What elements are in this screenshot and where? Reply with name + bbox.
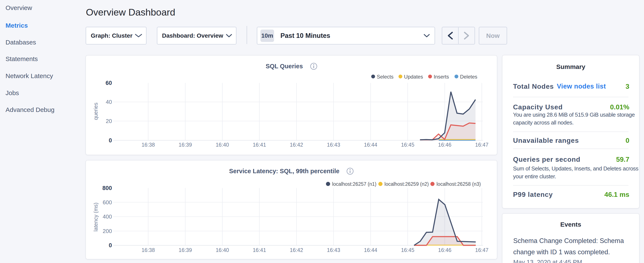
svg-text:16:39: 16:39 xyxy=(178,142,192,148)
svg-text:20: 20 xyxy=(106,118,112,124)
svg-text:Inserts: Inserts xyxy=(434,74,449,80)
svg-text:16:47: 16:47 xyxy=(475,247,488,253)
svg-text:60: 60 xyxy=(106,80,112,86)
svg-text:16:47: 16:47 xyxy=(475,142,488,148)
svg-text:0: 0 xyxy=(109,242,112,248)
svg-text:16:41: 16:41 xyxy=(253,142,266,148)
svg-text:16:38: 16:38 xyxy=(142,247,155,253)
svg-text:Deletes: Deletes xyxy=(460,74,477,80)
svg-text:16:40: 16:40 xyxy=(216,247,229,253)
svg-text:600: 600 xyxy=(103,199,112,205)
svg-text:queries: queries xyxy=(93,103,99,120)
svg-text:16:39: 16:39 xyxy=(178,247,192,253)
svg-text:Selects: Selects xyxy=(377,74,394,80)
svg-text:localhost:26259 (n2): localhost:26259 (n2) xyxy=(384,181,428,187)
svg-text:16:46: 16:46 xyxy=(438,142,452,148)
svg-text:200: 200 xyxy=(103,228,112,234)
svg-text:16:38: 16:38 xyxy=(142,142,155,148)
svg-text:40: 40 xyxy=(106,99,112,105)
svg-text:16:45: 16:45 xyxy=(401,142,414,148)
svg-text:16:45: 16:45 xyxy=(401,247,414,253)
svg-text:localhost:26257 (n1): localhost:26257 (n1) xyxy=(332,181,376,187)
svg-text:16:43: 16:43 xyxy=(327,247,340,253)
svg-text:16:46: 16:46 xyxy=(438,247,452,253)
svg-text:16:43: 16:43 xyxy=(327,142,340,148)
svg-text:localhost:26258 (n3): localhost:26258 (n3) xyxy=(436,181,481,187)
svg-text:16:42: 16:42 xyxy=(290,247,303,253)
svg-text:800: 800 xyxy=(102,185,112,191)
svg-text:400: 400 xyxy=(103,213,112,220)
svg-text:16:41: 16:41 xyxy=(253,247,266,253)
svg-text:16:44: 16:44 xyxy=(364,142,378,148)
svg-text:16:40: 16:40 xyxy=(216,142,229,148)
svg-text:16:44: 16:44 xyxy=(364,247,378,253)
svg-text:0: 0 xyxy=(109,137,112,144)
svg-text:16:42: 16:42 xyxy=(290,142,303,148)
svg-text:latency (ms): latency (ms) xyxy=(93,203,99,231)
svg-text:Updates: Updates xyxy=(404,74,423,80)
